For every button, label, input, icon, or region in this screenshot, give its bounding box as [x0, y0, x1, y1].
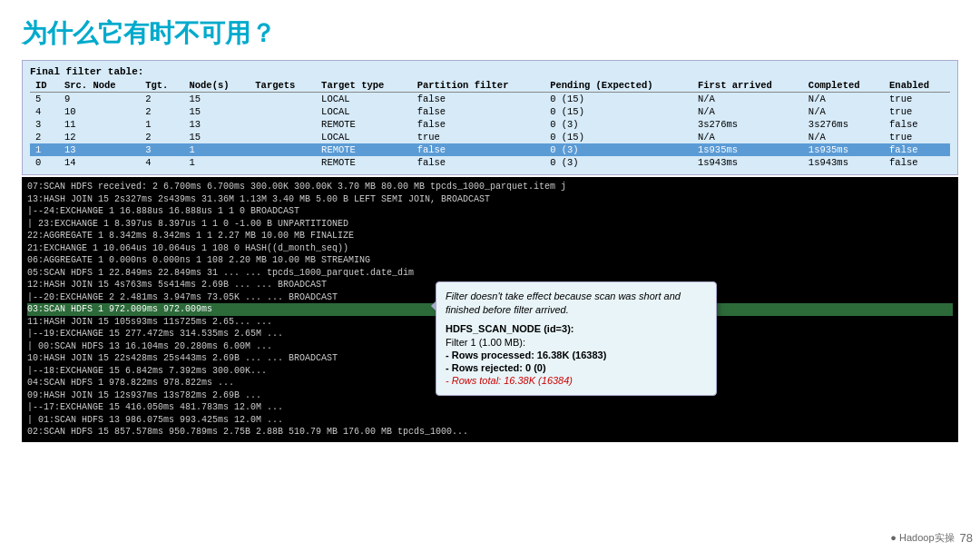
table-header-row: ID Src. Node Tgt. Node(s) Targets Target… [30, 79, 950, 93]
query-plan-line: 05:SCAN HDFS 1 22.849ms 22.849ms 31 ... … [27, 267, 953, 280]
footer: ● Hadoop实操 78 [890, 531, 973, 545]
col-nodes: Node(s) [183, 79, 250, 93]
tooltip-rows-processed: - Rows processed: 16.38K (16383) [446, 350, 707, 360]
col-ttype: Target type [316, 79, 412, 93]
col-tgt: Tgt. [140, 79, 183, 93]
watermark-text: ● Hadoop实操 [890, 531, 954, 545]
tooltip-subtitle: HDFS_SCAN_NODE (id=3): [446, 323, 707, 334]
table-row: 11331REMOTEfalse0 (3)1s935ms1s935msfalse [30, 143, 950, 156]
page-number: 78 [960, 531, 973, 545]
col-targets: Targets [250, 79, 316, 93]
page-title: 为什么它有时不可用？ [22, 16, 958, 51]
table-row: 212215LOCALtrue0 (15)N/AN/Atrue [30, 131, 950, 143]
col-enabled: Enabled [884, 79, 950, 93]
filter-table-label: Final filter table: [30, 66, 950, 77]
filter-table-area: Final filter table: ID Src. Node Tgt. No… [22, 60, 958, 175]
query-plan-line: 21:EXCHANGE 1 10.064us 10.064us 1 108 0 … [27, 242, 953, 255]
tooltip-title: Filter doesn't take effect because scan … [446, 290, 707, 318]
query-plan-line: |--24:EXCHANGE 1 16.888us 16.888us 1 1 0… [27, 205, 953, 218]
query-plan-line: 13:HASH JOIN 15 2s327ms 2s439ms 31.36M 1… [27, 193, 953, 206]
query-plan-line: | 23:EXCHANGE 1 8.397us 8.397us 1 1 0 -1… [27, 218, 953, 231]
col-first: First arrived [692, 79, 803, 93]
tooltip-filter-label: Filter 1 (1.00 MB): [446, 337, 707, 348]
table-row: 311113REMOTEfalse0 (3)3s276ms3s276msfals… [30, 118, 950, 131]
query-plan-line: 02:SCAN HDFS 15 857.578ms 950.789ms 2.75… [27, 426, 953, 439]
tooltip-rows-rejected: - Rows rejected: 0 (0) [446, 362, 707, 373]
col-pending: Pending (Expected) [544, 79, 692, 93]
filter-table-wrapper: ID Src. Node Tgt. Node(s) Targets Target… [30, 79, 950, 169]
tooltip-box: Filter doesn't take effect because scan … [436, 281, 717, 396]
col-completed: Completed [803, 79, 884, 93]
query-plan-line: 06:AGGREGATE 1 0.000ns 0.000ns 1 108 2.2… [27, 254, 953, 267]
col-src: Src. Node [59, 79, 140, 93]
col-pfilter: Partition filter [412, 79, 544, 93]
tooltip-rows-total: - Rows total: 16.38K (16384) [446, 375, 707, 386]
table-row: 59215LOCALfalse0 (15)N/AN/Atrue [30, 93, 950, 106]
col-id: ID [30, 79, 59, 93]
query-plan-line: |--17:EXCHANGE 15 416.050ms 481.783ms 12… [27, 401, 953, 414]
query-plan-line: 22:AGGREGATE 1 8.342ms 8.342ms 1 1 2.27 … [27, 230, 953, 242]
table-row: 01441REMOTEfalse0 (3)1s943ms1s943msfalse [30, 156, 950, 169]
filter-table: ID Src. Node Tgt. Node(s) Targets Target… [30, 79, 950, 169]
query-plan-line: | 01:SCAN HDFS 13 986.075ms 993.425ms 12… [27, 414, 953, 427]
query-plan-line: 07:SCAN HDFS received: 2 6.700ms 6.700ms… [27, 181, 953, 193]
page-container: 为什么它有时不可用？ Final filter table: ID Src. N… [0, 0, 980, 552]
table-row: 410215LOCALfalse0 (15)N/AN/Atrue [30, 105, 950, 118]
